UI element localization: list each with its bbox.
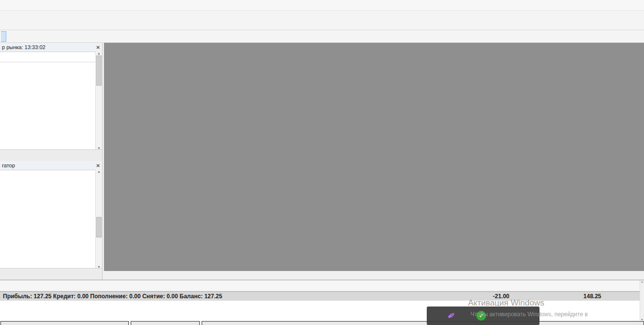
bottom-tab-stub: [202, 321, 644, 325]
menu-bar: [0, 0, 644, 11]
market-watch-header: [0, 52, 102, 62]
toolbox-header-row: [0, 280, 644, 291]
bottom-tab-strip: [0, 321, 644, 325]
market-watch-scrollbar[interactable]: ▲▼: [95, 52, 102, 150]
market-watch-tabs: [0, 149, 102, 161]
navigator-scrollbar[interactable]: ▲▼: [95, 170, 102, 269]
timeframe-active-stub[interactable]: [1, 31, 6, 42]
close-icon[interactable]: ✕: [96, 45, 100, 50]
windows-activation-watermark: Активация Windows: [468, 298, 544, 308]
market-watch-title: р рынка: 13:33:02: [2, 44, 45, 50]
toolbox-scrollbar[interactable]: ▲▼: [640, 280, 644, 321]
pen-icon[interactable]: ✒: [444, 308, 459, 324]
chart-tab-strip: [104, 271, 644, 280]
main-toolbar: [0, 11, 644, 30]
bottom-tab-stub[interactable]: [131, 321, 200, 325]
market-watch-panel: р рынка: 13:33:02 ✕ ▲▼: [0, 43, 103, 161]
metatrader-window: р рынка: 13:33:02 ✕ ▲▼ гатор ✕ ▲▼ Прибыл…: [0, 0, 644, 325]
account-summary: Прибыль: 127.25 Кредит: 0.00 Пополнение:…: [3, 293, 222, 300]
windows-activation-watermark-line2: Чтобы активировать Windows, перейдите в: [470, 311, 588, 318]
navigator-panel: гатор ✕ ▲▼: [0, 161, 103, 280]
total-profit: 148.25: [557, 293, 601, 300]
close-icon[interactable]: ✕: [96, 163, 100, 168]
toolbox-summary-row: Прибыль: 127.25 Кредит: 0.00 Пополнение:…: [0, 291, 644, 301]
bottom-tab-stub[interactable]: [0, 321, 129, 325]
navigator-tabs: [0, 268, 102, 280]
navigator-title: гатор: [2, 162, 15, 168]
navigator-titlebar: гатор ✕: [0, 161, 102, 170]
timeframe-toolbar: [0, 30, 644, 43]
chart-workspace: [104, 43, 644, 271]
market-watch-titlebar: р рынка: 13:33:02 ✕: [0, 43, 102, 52]
